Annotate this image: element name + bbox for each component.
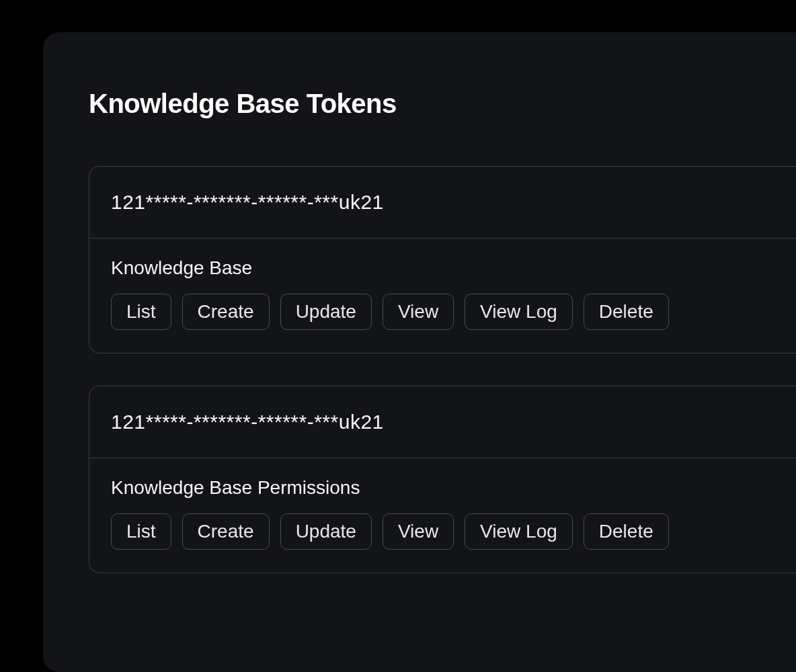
token-header: 121*****-*******-******-***uk21 <box>89 386 796 458</box>
permission-viewlog-button[interactable]: View Log <box>465 294 573 330</box>
permission-row: List Create Update View View Log Delete <box>111 294 774 330</box>
token-id: 121*****-*******-******-***uk21 <box>111 191 774 214</box>
tokens-panel: Knowledge Base Tokens 121*****-*******-*… <box>43 32 796 672</box>
permission-viewlog-button[interactable]: View Log <box>465 513 573 550</box>
permission-create-button[interactable]: Create <box>182 513 270 550</box>
token-header: 121*****-*******-******-***uk21 <box>89 167 796 239</box>
permission-update-button[interactable]: Update <box>280 294 372 330</box>
permission-create-button[interactable]: Create <box>182 294 270 330</box>
permission-delete-button[interactable]: Delete <box>584 294 669 330</box>
permission-update-button[interactable]: Update <box>280 513 372 550</box>
page-title: Knowledge Base Tokens <box>89 89 796 119</box>
token-body: Knowledge Base Permissions List Create U… <box>89 458 796 573</box>
token-card: 121*****-*******-******-***uk21 Knowledg… <box>89 386 796 573</box>
token-body: Knowledge Base List Create Update View V… <box>89 239 796 353</box>
permission-section-label: Knowledge Base <box>111 257 774 279</box>
permission-list-button[interactable]: List <box>111 513 171 550</box>
token-card: 121*****-*******-******-***uk21 Knowledg… <box>89 166 796 353</box>
permission-view-button[interactable]: View <box>383 513 454 550</box>
permission-row: List Create Update View View Log Delete <box>111 513 774 550</box>
token-id: 121*****-*******-******-***uk21 <box>111 411 774 433</box>
permission-section-label: Knowledge Base Permissions <box>111 477 774 499</box>
permission-view-button[interactable]: View <box>383 294 454 330</box>
permission-delete-button[interactable]: Delete <box>584 513 669 550</box>
permission-list-button[interactable]: List <box>111 294 171 330</box>
